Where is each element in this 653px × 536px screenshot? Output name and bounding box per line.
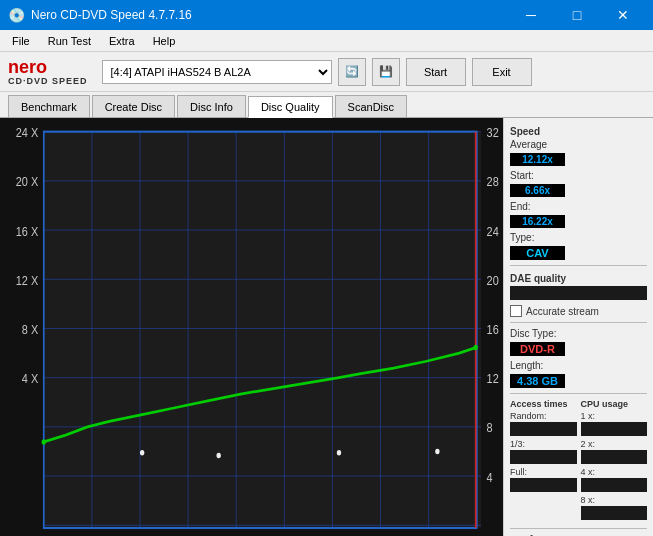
title-bar-left: 💿 Nero CD-DVD Speed 4.7.7.16 xyxy=(8,7,192,23)
type-label: Type: xyxy=(510,232,534,243)
random-label: Random: xyxy=(510,411,577,421)
main-content: 24 X 20 X 16 X 12 X 8 X 4 X 32 28 24 20 … xyxy=(0,118,653,536)
x2-label: 2 x: xyxy=(581,439,648,449)
menu-extra[interactable]: Extra xyxy=(101,33,143,49)
exit-button[interactable]: Exit xyxy=(472,58,532,86)
menu-file[interactable]: File xyxy=(4,33,38,49)
tab-bar: Benchmark Create Disc Disc Info Disc Qua… xyxy=(0,92,653,118)
svg-text:24 X: 24 X xyxy=(16,125,38,140)
access-times-col: Access times Random: 1/3: Full: xyxy=(510,399,577,523)
start-button[interactable]: Start xyxy=(406,58,466,86)
divider1 xyxy=(510,265,647,266)
title-bar: 💿 Nero CD-DVD Speed 4.7.7.16 ─ □ ✕ xyxy=(0,0,653,30)
minimize-button[interactable]: ─ xyxy=(509,0,553,30)
svg-point-50 xyxy=(217,453,221,458)
random-value xyxy=(510,422,577,436)
one-third-label: 1/3: xyxy=(510,439,577,449)
start-value: 6.66x xyxy=(510,184,565,197)
x8-value xyxy=(581,506,648,520)
type-value-box: CAV xyxy=(510,246,647,260)
speed-avg-row: Average xyxy=(510,139,647,150)
cpu-usage-title: CPU usage xyxy=(581,399,648,409)
access-cpu-cols: Access times Random: 1/3: Full: CPU usag… xyxy=(510,399,647,523)
svg-text:8: 8 xyxy=(487,420,493,435)
divider4 xyxy=(510,528,647,529)
x4-value xyxy=(581,478,648,492)
svg-rect-1 xyxy=(44,132,481,528)
drive-selector[interactable]: [4:4] ATAPI iHAS524 B AL2A xyxy=(102,60,332,84)
nero-logo: nero CD·DVD SPEED xyxy=(8,58,88,86)
tab-scan-disc[interactable]: ScanDisc xyxy=(335,95,407,117)
svg-point-47 xyxy=(42,439,46,444)
svg-text:24: 24 xyxy=(487,223,499,238)
maximize-button[interactable]: □ xyxy=(555,0,599,30)
title-bar-controls: ─ □ ✕ xyxy=(509,0,645,30)
dae-value-box xyxy=(510,286,647,300)
start-value-box: 6.66x xyxy=(510,184,647,197)
tab-disc-info[interactable]: Disc Info xyxy=(177,95,246,117)
toolbar: nero CD·DVD SPEED [4:4] ATAPI iHAS524 B … xyxy=(0,52,653,92)
accurate-stream-row: Accurate stream xyxy=(510,305,647,317)
start-label: Start: xyxy=(510,170,534,181)
full-value xyxy=(510,478,577,492)
dvd-brand: CD·DVD SPEED xyxy=(8,76,88,86)
svg-text:20 X: 20 X xyxy=(16,174,38,189)
chart-area: 24 X 20 X 16 X 12 X 8 X 4 X 32 28 24 20 … xyxy=(0,118,503,536)
end-label: End: xyxy=(510,201,531,212)
svg-text:16 X: 16 X xyxy=(16,223,38,238)
x1-value xyxy=(581,422,648,436)
full-label: Full: xyxy=(510,467,577,477)
end-row: End: xyxy=(510,201,647,212)
svg-text:12: 12 xyxy=(487,371,499,386)
tab-disc-quality[interactable]: Disc Quality xyxy=(248,96,333,118)
x4-label: 4 x: xyxy=(581,467,648,477)
svg-text:32: 32 xyxy=(487,125,499,140)
svg-text:4: 4 xyxy=(487,469,493,484)
svg-point-48 xyxy=(473,345,477,350)
speed-title: Speed xyxy=(510,126,647,137)
disc-length-label: Length: xyxy=(510,360,543,371)
refresh-button[interactable]: 🔄 xyxy=(338,58,366,86)
dae-title: DAE quality xyxy=(510,273,647,284)
menu-run-test[interactable]: Run Test xyxy=(40,33,99,49)
one-third-value xyxy=(510,450,577,464)
divider2 xyxy=(510,322,647,323)
svg-text:16: 16 xyxy=(487,322,499,337)
divider3 xyxy=(510,393,647,394)
svg-text:20: 20 xyxy=(487,273,499,288)
svg-text:4 X: 4 X xyxy=(22,371,38,386)
x2-value xyxy=(581,450,648,464)
disc-length-value: 4.38 GB xyxy=(510,374,565,388)
svg-text:28: 28 xyxy=(487,174,499,189)
right-panel: Speed Average 12.12x Start: 6.66x End: 1… xyxy=(503,118,653,536)
tab-create-disc[interactable]: Create Disc xyxy=(92,95,175,117)
type-row: Type: xyxy=(510,232,647,243)
svg-text:8 X: 8 X xyxy=(22,322,38,337)
end-value-box: 16.22x xyxy=(510,215,647,228)
menu-bar: File Run Test Extra Help xyxy=(0,30,653,52)
access-times-title: Access times xyxy=(510,399,577,409)
menu-help[interactable]: Help xyxy=(145,33,184,49)
svg-point-52 xyxy=(435,449,439,454)
disc-type-label: Disc Type: xyxy=(510,328,557,339)
avg-value-box: 12.12x xyxy=(510,153,647,166)
disc-type-row: Disc Type: xyxy=(510,328,647,339)
disc-type-value-box: DVD-R xyxy=(510,342,647,356)
app-title: Nero CD-DVD Speed 4.7.7.16 xyxy=(31,8,192,22)
nero-brand: nero xyxy=(8,58,47,76)
tab-benchmark[interactable]: Benchmark xyxy=(8,95,90,117)
chart-log-split: 24 X 20 X 16 X 12 X 8 X 4 X 32 28 24 20 … xyxy=(0,118,653,536)
x8-label: 8 x: xyxy=(581,495,648,505)
avg-value: 12.12x xyxy=(510,153,565,166)
save-button[interactable]: 💾 xyxy=(372,58,400,86)
close-button[interactable]: ✕ xyxy=(601,0,645,30)
disc-length-row: Length: xyxy=(510,360,647,371)
disc-type-value: DVD-R xyxy=(510,342,565,356)
disc-length-value-box: 4.38 GB xyxy=(510,374,647,388)
x1-label: 1 x: xyxy=(581,411,648,421)
cpu-usage-col: CPU usage 1 x: 2 x: 4 x: 8 x: xyxy=(581,399,648,523)
svg-text:12 X: 12 X xyxy=(16,273,38,288)
end-value: 16.22x xyxy=(510,215,565,228)
chart-svg: 24 X 20 X 16 X 12 X 8 X 4 X 32 28 24 20 … xyxy=(0,118,503,536)
accurate-stream-checkbox[interactable] xyxy=(510,305,522,317)
